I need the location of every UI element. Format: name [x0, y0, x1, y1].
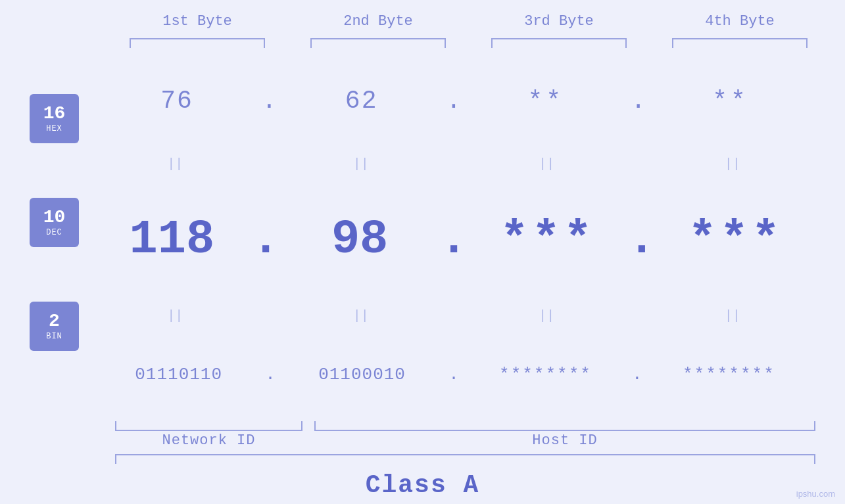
hex-dot-1: .: [262, 87, 277, 115]
hex-val-3: **: [461, 87, 631, 115]
hex-row: 76 . 62 . ** . **: [92, 87, 815, 115]
hex-number: 16: [43, 104, 66, 124]
top-bracket-4: [672, 38, 808, 48]
bin-row: 01110110 . 01100010 . ******** . *******…: [92, 365, 815, 384]
dec-badge: 10 DEC: [30, 198, 79, 247]
dec-val-2: 98: [280, 213, 440, 267]
eq2-4: ||: [650, 308, 816, 323]
dec-val-1: 118: [92, 213, 252, 267]
dec-dot-1: .: [252, 213, 280, 267]
eq-4: ||: [650, 156, 816, 172]
bin-label: BIN: [46, 332, 62, 341]
bin-dot-1: .: [265, 365, 276, 384]
bin-dot-3: .: [632, 365, 642, 384]
eq2-3: ||: [464, 308, 630, 323]
bin-val-2: 01100010: [276, 365, 448, 384]
dec-val-4: ***: [656, 213, 815, 267]
eq2-1: ||: [92, 308, 258, 323]
hex-val-4: **: [646, 87, 815, 115]
bin-val-1: 01110110: [92, 365, 265, 384]
class-row: Class A: [0, 466, 845, 504]
hex-badge: 16 HEX: [30, 94, 79, 143]
host-id-label: Host ID: [314, 432, 815, 449]
hex-val-2: 62: [277, 87, 447, 115]
bin-badge: 2 BIN: [30, 302, 79, 351]
class-label: Class A: [366, 471, 480, 499]
dec-label: DEC: [46, 228, 62, 237]
hex-dot-3: .: [631, 87, 646, 115]
network-id-label: Network ID: [115, 432, 302, 449]
host-bracket: [314, 421, 815, 431]
top-bracket-3: [491, 38, 627, 48]
dec-dot-2: .: [439, 213, 468, 267]
byte-header-4: 4th Byte: [650, 13, 831, 30]
bin-val-3: ********: [459, 365, 632, 384]
eq-1: ||: [92, 156, 258, 172]
full-top-bracket: [115, 454, 815, 464]
dec-number: 10: [43, 208, 66, 228]
watermark: ipshu.com: [796, 489, 835, 499]
eq2-2: ||: [278, 308, 445, 323]
network-bracket: [115, 421, 302, 431]
bin-dot-2: .: [448, 365, 459, 384]
bin-val-4: ********: [642, 365, 815, 384]
dec-val-3: ***: [468, 213, 628, 267]
top-bracket-1: [130, 38, 265, 48]
dec-row: 118 . 98 . *** . ***: [92, 213, 815, 267]
equals-row-2: || || || ||: [92, 308, 815, 323]
dec-dot-3: .: [627, 213, 656, 267]
eq-2: ||: [278, 156, 445, 172]
main-container: 1st Byte 2nd Byte 3rd Byte 4th Byte 16 H…: [0, 0, 845, 504]
bin-number: 2: [49, 311, 60, 332]
byte-header-2: 2nd Byte: [288, 13, 469, 30]
equals-row-1: || || || ||: [92, 156, 815, 172]
byte-header-3: 3rd Byte: [469, 13, 650, 30]
top-bracket-2: [310, 38, 446, 48]
hex-val-1: 76: [92, 87, 262, 115]
hex-label: HEX: [46, 124, 62, 133]
hex-dot-2: .: [447, 87, 462, 115]
eq-3: ||: [464, 156, 630, 172]
byte-header-1: 1st Byte: [107, 13, 288, 30]
